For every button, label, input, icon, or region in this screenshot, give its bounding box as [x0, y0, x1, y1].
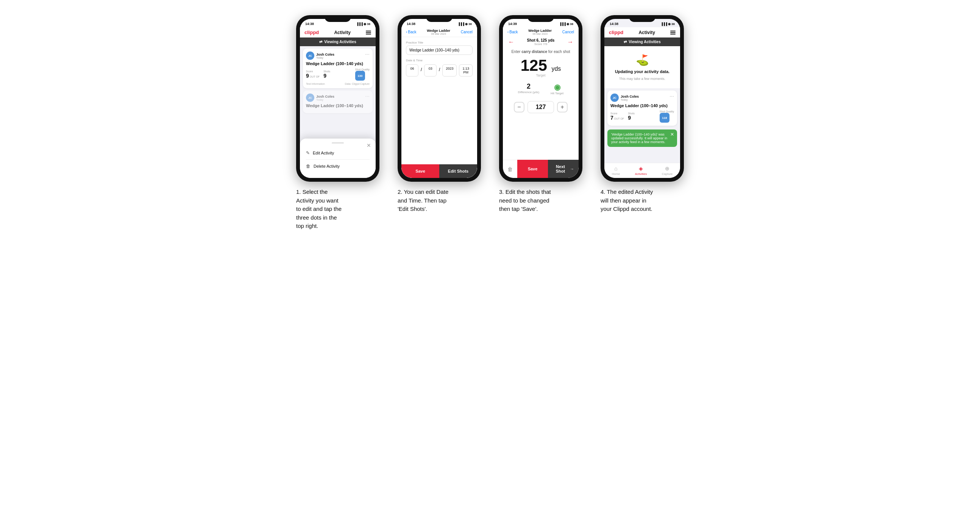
tab-home[interactable]: ⌂ Home [612, 165, 620, 176]
target-label: Target [503, 73, 579, 77]
bottom-sheet-1: ✕ ✎ Edit Activity 🗑 Delete Activity [300, 138, 375, 178]
shot-subtitle: 06 Mar 2023 [528, 33, 552, 35]
quality-badge-1: 130 [355, 71, 365, 81]
loading-title: Updating your activity data. [615, 69, 670, 74]
hamburger-4[interactable] [670, 31, 676, 35]
input-row-3: − + [503, 98, 579, 116]
three-dots-4[interactable]: ··· [670, 94, 674, 99]
next-shot-button[interactable]: Next Shot → [548, 160, 579, 178]
minus-button[interactable]: − [514, 102, 525, 113]
sheet-close-1[interactable]: ✕ [367, 142, 371, 148]
card-stats-1: Score 9 OUT OF Shots 9 [306, 68, 369, 81]
user-info-2: JC Josh Coles Today [306, 94, 334, 102]
tab-activities[interactable]: ◈ Activities [635, 165, 647, 176]
save-button-2[interactable]: Save [401, 164, 439, 178]
user-name-4: Josh Coles [620, 95, 639, 98]
caption-1: 1. Select theActivity you wantto edit an… [296, 188, 379, 230]
edit-activity-item[interactable]: ✎ Edit Activity [306, 147, 369, 159]
activity-card-2: JC Josh Coles Today ··· Wedge Ladder (10… [303, 90, 372, 113]
three-dots-1[interactable]: ··· [365, 51, 369, 57]
content-1: JC Josh Coles Today ··· Wedge Ladder (10… [300, 46, 375, 178]
phone-4: 14:38 ▐▐▐ ◉ 38 clippd Activity ⇄ Viewing… [601, 15, 684, 182]
user-details-4: Josh Coles Today [620, 95, 639, 101]
card-header-4: JC Josh Coles Today ··· [611, 94, 674, 102]
cancel-btn-2[interactable]: Cancel [461, 30, 473, 34]
prev-shot-btn[interactable]: ← [508, 39, 514, 45]
form-area-2: Practice Title Date & Time 06 / 03 / 202… [401, 37, 477, 178]
user-date-2: Today [316, 98, 334, 101]
nav-title-4: Activity [638, 30, 655, 35]
big-distance: 125 yds [503, 54, 579, 73]
phone-col-2: 14:38 ▐▐▐ ◉ 38 ‹ Back Wedge Ladder 06 Ma… [394, 15, 485, 214]
capture-icon: ⊕ [665, 165, 670, 171]
status-time-2: 14:38 [407, 22, 415, 26]
status-time-4: 14:38 [610, 22, 618, 26]
hamburger-1[interactable] [366, 31, 371, 35]
card-header-1: JC Josh Coles Today ··· [306, 51, 369, 60]
datetime-row: 06 / 03 / 2023 1:13 PM [406, 64, 473, 76]
loading-area: ⛳ Updating your activity data. This may … [605, 46, 680, 88]
avatar-4: JC [611, 94, 619, 102]
user-details-1: Josh Coles Today [316, 52, 334, 59]
score-value-1: 9 OUT OF [306, 73, 320, 79]
phone-3-inner: 14:39 ▐▐▐ ◉ 38 ‹ Back Wedge Ladder 06 Ma… [503, 19, 579, 178]
phone-1-inner: 14:38 ▐▐▐ ◉ 38 clippd Activity ⇄ Viewing… [300, 19, 375, 178]
datetime-day[interactable]: 06 [406, 64, 418, 76]
score-group-1: Score 9 OUT OF [306, 70, 320, 79]
viewing-banner-4: ⇄ Viewing Activities [605, 38, 680, 46]
tab-capture[interactable]: ⊕ Capture [662, 165, 673, 176]
phone-col-4: 14:38 ▐▐▐ ◉ 38 clippd Activity ⇄ Viewing… [597, 15, 688, 214]
edit-icon: ✎ [306, 150, 310, 156]
shot-nav-row: ← Shot 6, 125 yds Score 7/9 → [503, 37, 579, 47]
user-info-4: JC Josh Coles Today [611, 94, 639, 102]
phone-col-1: 14:38 ▐▐▐ ◉ 38 clippd Activity ⇄ Viewing… [292, 15, 383, 230]
save-shot-button[interactable]: Save [517, 160, 548, 178]
datetime-time[interactable]: 1:13 PM [459, 64, 473, 76]
user-date-1: Today [316, 56, 334, 59]
shot-cancel-btn[interactable]: Cancel [562, 30, 574, 34]
practice-title-input[interactable] [406, 45, 473, 55]
plus-button[interactable]: + [557, 102, 568, 113]
three-dots-2[interactable]: ··· [365, 94, 369, 99]
caption-3: 3. Edit the shots thatneed to be changed… [499, 188, 582, 214]
avatar-1: JC [306, 51, 314, 60]
nav-bar-1: clippd Activity [300, 27, 375, 38]
viewing-banner-1: ⇄ Viewing Activities [300, 38, 375, 46]
notch-4 [629, 15, 655, 22]
status-icons-1: ▐▐▐ ◉ 38 [356, 22, 370, 26]
nav-bar-4: clippd Activity [605, 27, 680, 38]
datetime-year[interactable]: 2023 [442, 64, 457, 76]
filter-icon-1: ⇄ [319, 40, 322, 44]
shot-info-text: Shot 6, 125 yds [527, 38, 555, 43]
edit-shots-button[interactable]: Edit Shots [439, 164, 477, 178]
practice-title-label: Practice Title [406, 41, 473, 44]
datetime-month[interactable]: 03 [424, 64, 437, 76]
status-icons-2: ▐▐▐ ◉ 38 [458, 22, 472, 26]
phone-2-inner: 14:38 ▐▐▐ ◉ 38 ‹ Back Wedge Ladder 06 Ma… [401, 19, 477, 178]
score-value-4: 7 OUT OF [611, 115, 624, 121]
shot-buttons-3: 🗑 Save Next Shot → [503, 160, 579, 178]
filter-icon-4: ⇄ [624, 40, 627, 44]
back-btn-2[interactable]: ‹ Back [406, 30, 417, 34]
shots-group-1: Shots 9 [323, 70, 330, 79]
next-shot-arrow-btn[interactable]: → [567, 39, 573, 45]
shot-back-btn[interactable]: ‹ Back [508, 30, 518, 34]
quality-group-1: Shot Quality 130 [355, 68, 369, 81]
delete-activity-item[interactable]: 🗑 Delete Activity [306, 160, 369, 172]
toast-close-icon[interactable]: ✕ [670, 132, 674, 137]
back-bar-center-2: Wedge Ladder 06 Mar 2023 [427, 29, 450, 35]
difference-metric: 2 Difference (yds) [518, 83, 539, 95]
shot-info: Shot 6, 125 yds Score 7/9 [527, 38, 555, 46]
user-info-1: JC Josh Coles Today [306, 51, 334, 60]
user-name-1: Josh Coles [316, 52, 334, 56]
phone-1: 14:38 ▐▐▐ ◉ 38 clippd Activity ⇄ Viewing… [296, 15, 379, 182]
status-time-1: 14:38 [305, 22, 314, 26]
delete-shot-button[interactable]: 🗑 [503, 160, 517, 178]
caption-2: 2. You can edit Dateand Time. Then tap'E… [398, 188, 481, 214]
shots-group-4: Shots 9 [628, 112, 635, 121]
home-icon: ⌂ [614, 165, 617, 171]
shots-value-1: 9 [323, 73, 330, 79]
carry-text: Enter carry distance for each shot [503, 47, 579, 54]
distance-input[interactable] [528, 101, 554, 113]
phone-col-3: 14:39 ▐▐▐ ◉ 38 ‹ Back Wedge Ladder 06 Ma… [495, 15, 586, 214]
